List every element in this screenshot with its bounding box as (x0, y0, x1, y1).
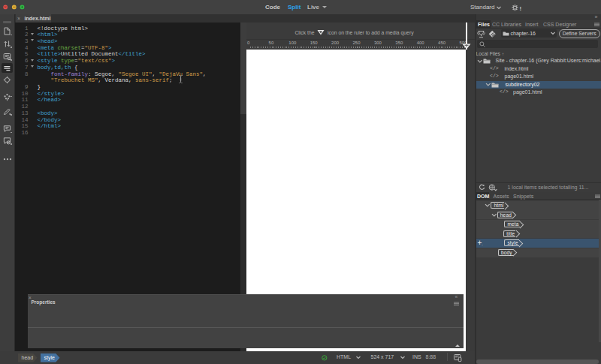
svg-text:!: ! (520, 5, 522, 11)
